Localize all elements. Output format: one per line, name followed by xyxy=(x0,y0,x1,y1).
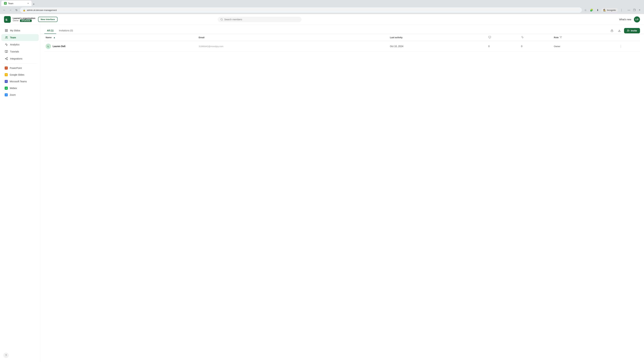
browser-right-controls: ☆ 🧩 ⬇ 🕵 Incognito ⋮ xyxy=(583,8,624,12)
header-search xyxy=(218,17,302,22)
app: s Lauren's organization Owner UPGRADE Ne… xyxy=(0,14,644,362)
org-role: Owner xyxy=(13,19,18,22)
integrations-icon xyxy=(5,57,8,60)
microsoft-teams-icon: T xyxy=(5,80,8,83)
col-name[interactable]: Name ▲ xyxy=(44,34,197,41)
minimize-button[interactable]: — xyxy=(626,8,631,12)
member-avatar: L xyxy=(46,43,51,49)
member-count1-cell: 0 xyxy=(487,41,520,51)
members-table: Name ▲ Email Last activity xyxy=(44,34,640,51)
svg-rect-7 xyxy=(7,31,8,32)
svg-point-12 xyxy=(7,59,8,60)
sidebar-item-webex[interactable]: W Webex xyxy=(1,85,39,91)
row-actions-button[interactable]: ⋮ xyxy=(620,45,622,48)
zoom-icon: Z xyxy=(5,93,8,96)
sidebar-item-zoom[interactable]: Z Zoom xyxy=(1,92,39,98)
slido-logo-icon: s xyxy=(4,16,11,23)
svg-marker-23 xyxy=(560,36,562,38)
analytics-col-icon xyxy=(521,36,551,39)
sidebar-item-my-slidos[interactable]: My Slidos xyxy=(1,27,39,34)
tutorials-icon xyxy=(5,50,8,53)
svg-line-14 xyxy=(6,58,7,58)
window-controls: — ❐ × xyxy=(626,8,642,12)
download-button[interactable]: ⬇ xyxy=(595,8,600,12)
lock-button[interactable] xyxy=(609,28,615,33)
invite-icon xyxy=(627,29,630,32)
svg-rect-20 xyxy=(488,36,491,38)
member-count2-cell: 0 xyxy=(520,41,552,51)
header-right: What's new LD xyxy=(619,16,640,22)
col-email: Email xyxy=(197,34,388,41)
incognito-label: Incognito xyxy=(607,9,616,11)
forward-button[interactable]: → xyxy=(8,8,13,12)
browser-tab[interactable]: S Team × xyxy=(1,1,32,6)
upgrade-badge[interactable]: UPGRADE xyxy=(20,19,32,22)
new-interface-button[interactable]: New interface xyxy=(38,17,58,22)
extensions-button[interactable]: 🧩 xyxy=(589,8,594,12)
col-last-activity[interactable]: Last activity xyxy=(388,34,487,41)
svg-line-13 xyxy=(6,59,7,59)
my-slidos-label: My Slidos xyxy=(10,29,20,32)
svg-point-8 xyxy=(6,36,6,37)
svg-rect-15 xyxy=(611,30,613,32)
search-input[interactable] xyxy=(224,18,299,21)
whats-new-button[interactable]: What's new xyxy=(619,18,631,21)
member-email: 31860d42@moodjoy.com xyxy=(198,45,223,48)
sidebar-item-powerpoint[interactable]: P PowerPoint xyxy=(1,65,39,71)
table-header: Name ▲ Email Last activity xyxy=(44,34,640,41)
member-actions-cell[interactable]: ⋮ xyxy=(618,41,640,51)
maximize-button[interactable]: ❐ xyxy=(632,8,636,12)
browser-tab-bar: S Team × + xyxy=(0,0,644,6)
col-role[interactable]: Role xyxy=(552,34,618,41)
address-text: admin.sli.do/user-management xyxy=(27,9,57,11)
sidebar-item-integrations[interactable]: Integrations xyxy=(1,55,39,62)
sidebar-item-google-slides[interactable]: G Google Slides xyxy=(1,71,39,78)
tab-all[interactable]: All (1) xyxy=(44,27,56,34)
sidebar-item-microsoft-teams[interactable]: T Microsoft Teams xyxy=(1,78,39,85)
slido-logo: s Lauren's organization Owner UPGRADE xyxy=(4,16,36,23)
sort-name-icon: ▲ xyxy=(53,36,55,39)
webex-icon: W xyxy=(5,87,8,90)
presentations-icon xyxy=(488,36,518,39)
org-name: Lauren's organization xyxy=(13,17,36,19)
tab-actions: Invite xyxy=(609,28,640,33)
sidebar-item-analytics[interactable]: Analytics xyxy=(1,41,39,48)
reload-button[interactable]: ↻ xyxy=(14,8,19,12)
sidebar-item-tutorials[interactable]: Tutorials xyxy=(1,48,39,55)
my-slidos-icon xyxy=(5,29,8,32)
close-button[interactable]: × xyxy=(637,8,642,12)
org-role-row: Owner UPGRADE xyxy=(13,19,36,22)
google-slides-label: Google Slides xyxy=(10,73,24,76)
google-slides-icon: G xyxy=(5,73,8,76)
menu-button[interactable]: ⋮ xyxy=(619,8,624,12)
analytics-icon xyxy=(5,43,8,46)
invite-button[interactable]: Invite xyxy=(624,28,640,33)
svg-point-17 xyxy=(628,30,628,30)
team-label: Team xyxy=(10,36,16,39)
member-count1: 0 xyxy=(488,45,490,48)
integrations-label: Integrations xyxy=(10,57,22,60)
microsoft-teams-label: Microsoft Teams xyxy=(10,80,27,83)
member-role-cell: Owner xyxy=(552,41,618,51)
svg-point-9 xyxy=(7,36,8,37)
user-avatar[interactable]: LD xyxy=(634,16,640,22)
tab-close-icon[interactable]: × xyxy=(28,2,29,5)
sidebar-nav: My Slidos Team Analytics xyxy=(0,27,40,351)
member-count2: 0 xyxy=(521,45,522,48)
sidebar-item-team[interactable]: Team xyxy=(1,34,39,41)
new-tab-button[interactable]: + xyxy=(32,2,36,6)
table-container: Name ▲ Email Last activity xyxy=(40,34,644,51)
incognito-badge: 🕵 Incognito xyxy=(601,8,618,12)
search-bar[interactable] xyxy=(218,17,302,22)
tab-title: Team xyxy=(8,2,14,5)
analytics-label: Analytics xyxy=(10,43,20,46)
address-bar[interactable]: 🔒 admin.sli.do/user-management xyxy=(20,7,582,13)
back-button[interactable]: ← xyxy=(2,8,7,12)
svg-rect-5 xyxy=(7,29,8,30)
help-button[interactable]: ? xyxy=(3,353,9,358)
tab-invitations[interactable]: Invitations (0) xyxy=(56,27,76,34)
bookmark-button[interactable]: ☆ xyxy=(583,8,588,12)
member-name: Lauren Deli xyxy=(53,45,66,48)
sidebar-bottom: ? xyxy=(0,351,40,360)
download-button[interactable] xyxy=(617,28,622,33)
